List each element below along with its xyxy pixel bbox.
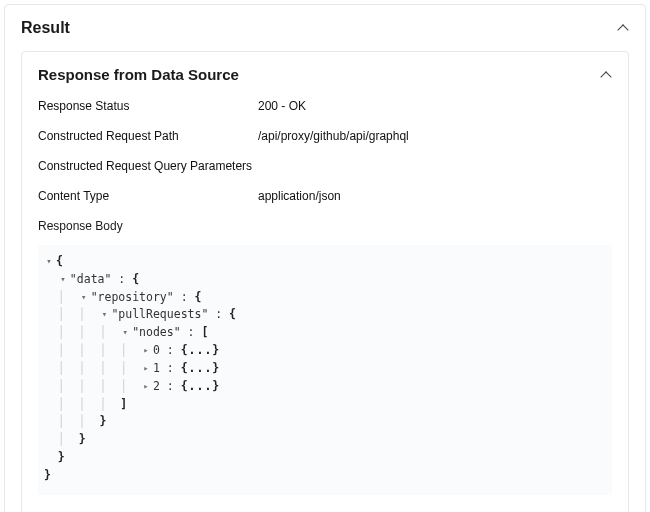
response-panel: Response from Data Source Response Statu… xyxy=(21,51,629,512)
toggle-icon[interactable] xyxy=(58,273,68,287)
toggle-icon[interactable] xyxy=(120,326,130,340)
chevron-up-icon[interactable] xyxy=(602,70,612,80)
json-key: 1 xyxy=(153,360,160,378)
label-response-status: Response Status xyxy=(38,99,258,113)
json-key: "repository" xyxy=(91,289,174,307)
json-line[interactable]: │ │ │ "nodes" : [ xyxy=(44,324,602,342)
json-key: "data" xyxy=(70,271,112,289)
value-response-status: 200 - OK xyxy=(258,99,306,113)
json-collapsed[interactable]: {...} xyxy=(181,378,221,396)
label-response-body: Response Body xyxy=(22,213,628,241)
row-content-type: Content Type application/json xyxy=(22,183,628,213)
toggle-icon[interactable] xyxy=(141,362,151,376)
row-query-params: Constructed Request Query Parameters xyxy=(22,153,628,183)
json-line: │ │ } xyxy=(44,413,602,431)
json-key: 0 xyxy=(153,342,160,360)
json-line: } xyxy=(44,449,602,467)
json-line[interactable]: { xyxy=(44,253,602,271)
json-collapsed[interactable]: {...} xyxy=(181,360,221,378)
toggle-icon[interactable] xyxy=(79,291,89,305)
value-content-type: application/json xyxy=(258,189,341,203)
json-line[interactable]: "data" : { xyxy=(44,271,602,289)
json-line[interactable]: │ │ "pullRequests" : { xyxy=(44,306,602,324)
label-query-params: Constructed Request Query Parameters xyxy=(38,159,258,173)
response-title: Response from Data Source xyxy=(38,66,239,83)
label-headers: Headers xyxy=(22,509,628,512)
json-line[interactable]: │ │ │ │ 2 : {...} xyxy=(44,378,602,396)
chevron-up-icon[interactable] xyxy=(619,23,629,33)
label-content-type: Content Type xyxy=(38,189,258,203)
toggle-icon[interactable] xyxy=(141,380,151,394)
toggle-icon[interactable] xyxy=(141,344,151,358)
json-collapsed[interactable]: {...} xyxy=(181,342,221,360)
json-line[interactable]: │ │ │ │ 1 : {...} xyxy=(44,360,602,378)
json-key: "nodes" xyxy=(132,324,180,342)
result-title: Result xyxy=(21,19,70,37)
response-header[interactable]: Response from Data Source xyxy=(22,52,628,93)
json-line: } xyxy=(44,467,602,485)
json-line[interactable]: │ │ │ │ 0 : {...} xyxy=(44,342,602,360)
toggle-icon[interactable] xyxy=(44,255,54,269)
json-key: 2 xyxy=(153,378,160,396)
json-key: "pullRequests" xyxy=(111,306,208,324)
json-line: │ } xyxy=(44,431,602,449)
json-line: │ │ │ ] xyxy=(44,396,602,414)
row-request-path: Constructed Request Path /api/proxy/gith… xyxy=(22,123,628,153)
value-request-path: /api/proxy/github/api/graphql xyxy=(258,129,409,143)
result-panel: Result Response from Data Source Respons… xyxy=(4,4,646,512)
json-line[interactable]: │ "repository" : { xyxy=(44,289,602,307)
result-header[interactable]: Result xyxy=(5,5,645,51)
row-response-status: Response Status 200 - OK xyxy=(22,93,628,123)
json-response-body[interactable]: { "data" : { │ "repository" : { │ │ "pul… xyxy=(38,245,612,495)
label-request-path: Constructed Request Path xyxy=(38,129,258,143)
toggle-icon[interactable] xyxy=(99,308,109,322)
